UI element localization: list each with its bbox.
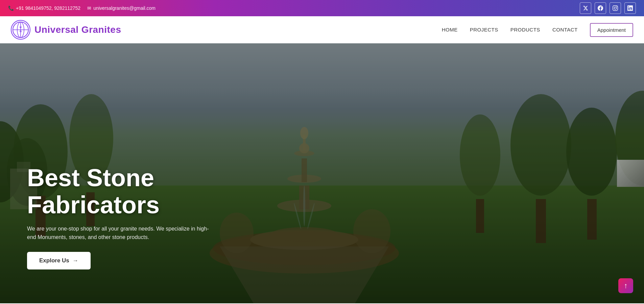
linkedin-icon[interactable]: [624, 2, 636, 14]
navbar: U G Universal Granites HOME PROJECTS PRO…: [0, 16, 644, 43]
svg-text:G: G: [20, 30, 22, 33]
hero-title: Best Stone Fabricators: [27, 165, 264, 218]
nav-link-projects[interactable]: PROJECTS: [470, 27, 498, 32]
nav-menu: HOME PROJECTS PRODUCTS CONTACT Appointme…: [442, 23, 633, 37]
nav-item-products[interactable]: PRODUCTS: [510, 27, 540, 33]
corner-thumbnail: [617, 160, 644, 187]
nav-item-appointment[interactable]: Appointment: [590, 23, 633, 37]
top-bar: 📞 +91 9841049752, 9282112752 ✉ universal…: [0, 0, 644, 16]
explore-button[interactable]: Explore Us →: [27, 252, 91, 269]
brand-logo-link[interactable]: U G Universal Granites: [11, 20, 121, 40]
instagram-icon[interactable]: [610, 2, 621, 14]
nav-link-home[interactable]: HOME: [442, 27, 458, 32]
twitter-icon[interactable]: [580, 2, 591, 14]
brand-logo: U G: [11, 20, 30, 40]
phone-icon: 📞: [8, 5, 14, 11]
scroll-to-top-button[interactable]: ↑: [618, 278, 633, 293]
hero-content: Best Stone Fabricators We are your one-s…: [27, 165, 264, 269]
hero-description: We are your one-stop shop for all your g…: [27, 224, 216, 242]
nav-link-contact[interactable]: CONTACT: [552, 27, 578, 32]
explore-label: Explore Us: [39, 257, 69, 264]
svg-text:U: U: [20, 26, 22, 29]
top-bar-contact: 📞 +91 9841049752, 9282112752 ✉ universal…: [8, 5, 156, 11]
social-icons: [580, 2, 636, 14]
nav-item-contact[interactable]: CONTACT: [552, 27, 578, 33]
nav-item-projects[interactable]: PROJECTS: [470, 27, 498, 33]
facebook-icon[interactable]: [595, 2, 606, 14]
nav-link-products[interactable]: PRODUCTS: [510, 27, 540, 32]
scroll-top-icon: ↑: [624, 281, 628, 290]
phone-section: 📞 +91 9841049752, 9282112752: [8, 5, 80, 11]
brand-name: Universal Granites: [34, 24, 121, 35]
email-address: universalgranites@gmail.com: [93, 5, 156, 11]
email-section: ✉ universalgranites@gmail.com: [87, 5, 156, 11]
nav-item-home[interactable]: HOME: [442, 27, 458, 33]
email-icon: ✉: [87, 5, 91, 11]
hero-section: Best Stone Fabricators We are your one-s…: [0, 43, 644, 303]
phone-number: +91 9841049752, 9282112752: [16, 5, 80, 11]
appointment-button[interactable]: Appointment: [590, 23, 633, 37]
explore-arrow: →: [73, 257, 78, 264]
